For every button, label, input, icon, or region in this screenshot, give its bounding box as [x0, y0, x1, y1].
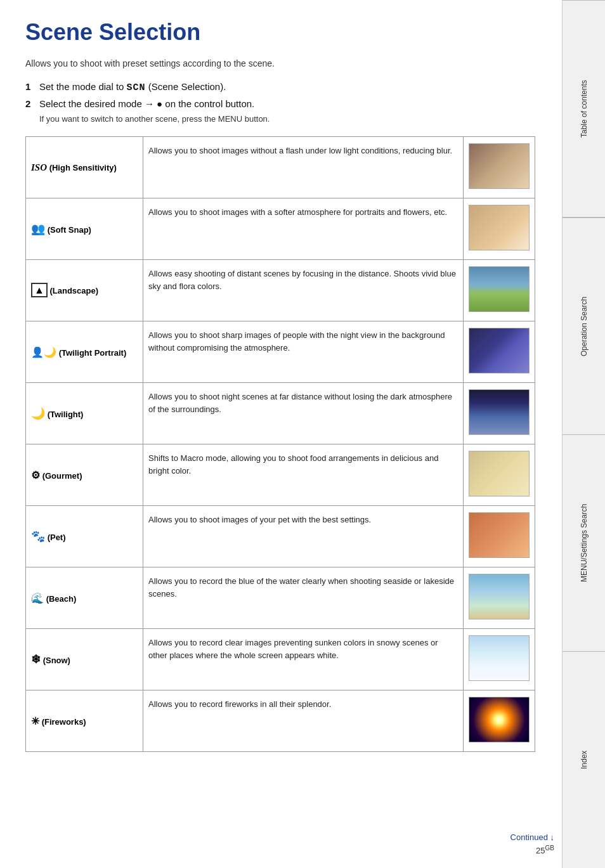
- table-row-twilight: 🌙 (Twilight)Allows you to shoot night sc…: [26, 383, 535, 444]
- scene-image-snow: [469, 635, 530, 681]
- mode-name-tp: (Twilight Portrait): [59, 348, 127, 358]
- desc-cell-twilight: Allows you to shoot night scenes at far …: [143, 383, 464, 444]
- mode-name-land: (Landscape): [49, 286, 98, 295]
- scene-image-gourmet: [469, 451, 530, 496]
- mode-icon-twi: 🌙: [31, 407, 45, 420]
- mode-name-gour: (Gourmet): [42, 471, 82, 481]
- desc-cell-twilight-portrait: Allows you to shoot sharp images of peop…: [143, 321, 464, 383]
- img-cell-fireworks: [464, 690, 535, 752]
- table-row-high-sensitivity: ISO (High Sensitivity)Allows you to shoo…: [26, 137, 535, 198]
- desc-cell-soft-snap: Allows you to shoot images with a softer…: [143, 198, 464, 260]
- table-row-beach: 🌊 (Beach)Allows you to record the blue o…: [26, 567, 535, 629]
- table-row-soft-snap: 👥 (Soft Snap)Allows you to shoot images …: [26, 198, 535, 260]
- step-1: 1 Set the mode dial to SCN (Scene Select…: [25, 81, 535, 93]
- scene-image-landscape: [469, 266, 530, 312]
- desc-cell-landscape: Allows easy shooting of distant scenes b…: [143, 260, 464, 321]
- sidebar-tab-menu-settings-search[interactable]: MENU/Settings Search: [563, 434, 605, 651]
- desc-cell-beach: Allows you to record the blue of the wat…: [143, 567, 464, 629]
- desc-cell-high-sensitivity: Allows you to shoot images without a fla…: [143, 137, 464, 198]
- sidebar-tab-operation-search[interactable]: Operation Search: [563, 217, 605, 434]
- mode-icon-tp: 👤🌙: [31, 347, 56, 358]
- mode-name-pet: (Pet): [48, 533, 66, 542]
- scene-table: ISO (High Sensitivity)Allows you to shoo…: [25, 136, 535, 752]
- mode-cell-high-sensitivity: ISO (High Sensitivity): [26, 137, 143, 198]
- table-row-twilight-portrait: 👤🌙 (Twilight Portrait)Allows you to shoo…: [26, 321, 535, 383]
- img-cell-soft-snap: [464, 198, 535, 260]
- mode-icon-hs: ISO: [31, 162, 47, 172]
- table-row-pet: 🐾 (Pet)Allows you to shoot images of you…: [26, 506, 535, 567]
- sidebar-tab-table-of-contents[interactable]: Table of contents: [563, 0, 605, 217]
- scene-image-fireworks: [469, 697, 530, 742]
- mode-cell-twilight-portrait: 👤🌙 (Twilight Portrait): [26, 321, 143, 383]
- table-row-gourmet: ⚙ (Gourmet)Shifts to Macro mode, allowin…: [26, 444, 535, 506]
- page-title: Scene Selection: [25, 19, 535, 46]
- table-row-fireworks: ✳ (Fireworks)Allows you to record firewo…: [26, 690, 535, 752]
- img-cell-twilight-portrait: [464, 321, 535, 383]
- desc-cell-pet: Allows you to shoot images of your pet w…: [143, 506, 464, 567]
- mode-cell-gourmet: ⚙ (Gourmet): [26, 444, 143, 506]
- mode-cell-twilight: 🌙 (Twilight): [26, 383, 143, 444]
- page-number: 25GB: [536, 845, 554, 855]
- scene-image-beach: [469, 574, 530, 619]
- main-content: Scene Selection Allows you to shoot with…: [0, 0, 561, 777]
- mode-name-ss: (Soft Snap): [48, 225, 91, 235]
- step-2: 2 Select the desired mode → ● on the con…: [25, 98, 535, 109]
- img-cell-snow: [464, 629, 535, 690]
- step-1-num: 1: [25, 81, 36, 92]
- scene-image-twilight-portrait: [469, 328, 530, 373]
- mode-name-beach: (Beach): [46, 594, 77, 604]
- intro-text: Allows you to shoot with preset settings…: [25, 58, 535, 68]
- mode-icon-gour: ⚙: [31, 470, 40, 481]
- mode-icon-beach: 🌊: [31, 593, 44, 604]
- mode-icon-ss: 👥: [31, 223, 45, 235]
- mode-cell-soft-snap: 👥 (Soft Snap): [26, 198, 143, 260]
- img-cell-twilight: [464, 383, 535, 444]
- table-row-landscape: ▲ (Landscape)Allows easy shooting of dis…: [26, 260, 535, 321]
- steps-section: 1 Set the mode dial to SCN (Scene Select…: [25, 81, 535, 124]
- mode-icon-land: ▲: [31, 283, 48, 297]
- mode-name-twi: (Twilight): [48, 410, 84, 419]
- mode-icon-fire: ✳: [31, 716, 39, 727]
- mode-name-fire: (Fireworks): [42, 717, 86, 727]
- scene-image-twilight: [469, 389, 530, 435]
- scene-image-high-sensitivity: [469, 143, 530, 189]
- img-cell-gourmet: [464, 444, 535, 506]
- img-cell-pet: [464, 506, 535, 567]
- step-2-sub: If you want to switch to another scene, …: [39, 114, 535, 124]
- desc-cell-fireworks: Allows you to record fireworks in all th…: [143, 690, 464, 752]
- mode-cell-pet: 🐾 (Pet): [26, 506, 143, 567]
- img-cell-high-sensitivity: [464, 137, 535, 198]
- mode-cell-snow: ❄ (Snow): [26, 629, 143, 690]
- img-cell-beach: [464, 567, 535, 629]
- mode-name-hs: (High Sensitivity): [49, 163, 117, 172]
- step-1-text: Set the mode dial to SCN (Scene Selectio…: [39, 81, 226, 93]
- mode-icon-snow: ❄: [31, 653, 41, 666]
- img-cell-landscape: [464, 260, 535, 321]
- scene-image-soft-snap: [469, 205, 530, 250]
- mode-cell-landscape: ▲ (Landscape): [26, 260, 143, 321]
- scene-image-pet: [469, 512, 530, 558]
- step-2-text: Select the desired mode → ● on the contr…: [39, 98, 254, 109]
- desc-cell-gourmet: Shifts to Macro mode, allowing you to sh…: [143, 444, 464, 506]
- sidebar-tab-index[interactable]: Index: [563, 651, 605, 868]
- table-row-snow: ❄ (Snow)Allows you to record clear image…: [26, 629, 535, 690]
- mode-icon-pet: 🐾: [31, 530, 45, 543]
- sidebar: Table of contentsOperation SearchMENU/Se…: [562, 0, 605, 868]
- step-2-num: 2: [25, 98, 36, 109]
- desc-cell-snow: Allows you to record clear images preven…: [143, 629, 464, 690]
- mode-cell-fireworks: ✳ (Fireworks): [26, 690, 143, 752]
- mode-cell-beach: 🌊 (Beach): [26, 567, 143, 629]
- mode-name-snow: (Snow): [43, 656, 70, 665]
- continued-link[interactable]: Continued ↓: [511, 831, 554, 843]
